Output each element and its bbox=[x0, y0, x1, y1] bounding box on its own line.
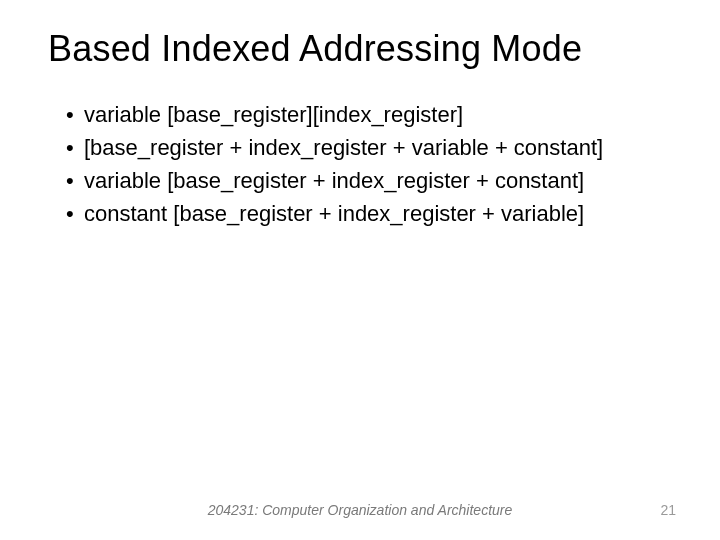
bullet-icon: • bbox=[66, 199, 84, 229]
bullet-text: [base_register + index_register + variab… bbox=[84, 133, 603, 163]
bullet-text: variable [base_register][index_register] bbox=[84, 100, 463, 130]
bullet-icon: • bbox=[66, 166, 84, 196]
page-title: Based Indexed Addressing Mode bbox=[48, 28, 672, 70]
bullet-text: constant [base_register + index_register… bbox=[84, 199, 584, 229]
list-item: • [base_register + index_register + vari… bbox=[66, 133, 672, 163]
slide-footer: 204231: Computer Organization and Archit… bbox=[0, 502, 720, 518]
page-number: 21 bbox=[660, 502, 676, 518]
bullet-icon: • bbox=[66, 100, 84, 130]
list-item: • variable [base_register][index_registe… bbox=[66, 100, 672, 130]
list-item: • variable [base_register + index_regist… bbox=[66, 166, 672, 196]
bullet-text: variable [base_register + index_register… bbox=[84, 166, 584, 196]
slide: Based Indexed Addressing Mode • variable… bbox=[0, 0, 720, 540]
list-item: • constant [base_register + index_regist… bbox=[66, 199, 672, 229]
bullet-list: • variable [base_register][index_registe… bbox=[48, 100, 672, 229]
bullet-icon: • bbox=[66, 133, 84, 163]
footer-text: 204231: Computer Organization and Archit… bbox=[208, 502, 513, 518]
